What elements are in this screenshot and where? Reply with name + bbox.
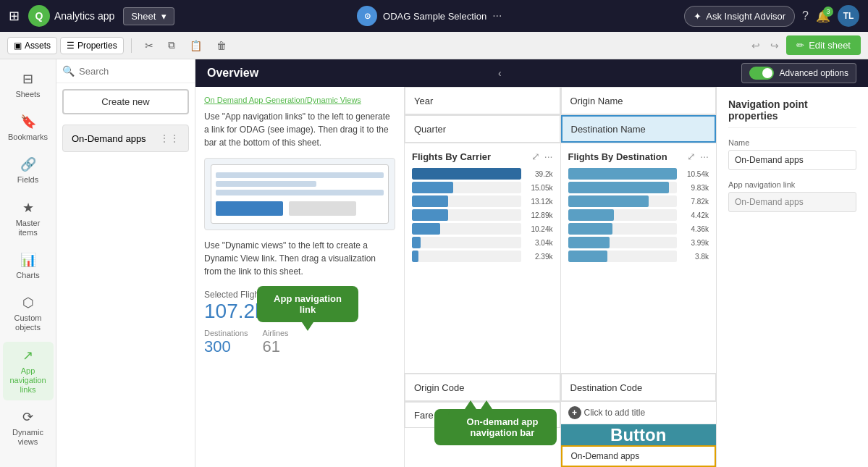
chart-actions-dest: ⤢ ··· xyxy=(687,151,709,162)
search-input[interactable] xyxy=(79,66,201,77)
sidebar-item-custom-objects[interactable]: ⬡ Custom objects xyxy=(3,289,54,338)
qlik-logo: Q Analytics app xyxy=(28,5,114,27)
destinations-label: Destinations xyxy=(204,329,248,337)
origin-code-label: Origin Code xyxy=(414,382,464,393)
add-title-label: Click to add title xyxy=(584,408,646,418)
on-demand-bar-label: On-Demand apps xyxy=(571,451,640,461)
overview-header: Overview ‹ Advanced options xyxy=(195,59,868,87)
redo-icon[interactable]: ↪ xyxy=(767,37,782,54)
dest-bar-row: 3.8k xyxy=(568,251,709,262)
undo-icon[interactable]: ↩ xyxy=(749,37,763,54)
sheet-selector[interactable]: Sheet ▾ xyxy=(123,7,174,25)
help-icon[interactable]: ? xyxy=(802,9,809,22)
odag-breadcrumb[interactable]: On Demand App Generation/Dynamic Views xyxy=(204,96,395,104)
delete-icon[interactable]: 🗑 xyxy=(211,37,232,54)
fields-icon: 🔗 xyxy=(20,156,36,172)
properties-icon: ☰ xyxy=(67,41,75,51)
odag-text-2: Use "Dynamic views" to the left to creat… xyxy=(204,239,395,278)
carrier-bar-row: 13.12k xyxy=(412,195,553,207)
chart-dots-dest[interactable]: ··· xyxy=(700,151,709,162)
sidebar-item-master-items[interactable]: ★ Master items xyxy=(3,194,54,243)
sidebar-item-sheets[interactable]: ⊟ Sheets xyxy=(3,65,54,105)
bookmarks-icon: 🔖 xyxy=(20,114,36,130)
toolbar-separator xyxy=(131,38,132,53)
odag-section: On Demand App Generation/Dynamic Views U… xyxy=(195,87,404,467)
odag-text-1: Use "App navigation links" to the left t… xyxy=(204,110,395,149)
dest-bar-chart: 10.54k 9.83k 7.82k 4.42k 4.36k 3.99k 3.8… xyxy=(568,168,709,262)
dest-bar-label: 9.83k xyxy=(681,184,709,192)
ask-advisor-btn[interactable]: ✦ Ask Insight Advisor xyxy=(684,6,795,27)
toggle-switch[interactable] xyxy=(749,67,774,80)
sheet-area: On Demand App Generation/Dynamic Views U… xyxy=(195,87,716,467)
dest-bar-label: 3.99k xyxy=(681,239,709,247)
grid-icon[interactable]: ⊞ xyxy=(9,8,20,24)
name-prop-input[interactable]: On-Demand apps xyxy=(728,150,856,170)
carrier-bar-bg xyxy=(412,251,521,262)
sidebar-item-charts[interactable]: 📊 Charts xyxy=(3,246,54,286)
custom-objects-icon: ⬡ xyxy=(22,295,34,311)
ask-advisor-label: Ask Insight Advisor xyxy=(706,11,785,22)
avatar[interactable]: TL xyxy=(838,5,859,27)
app-nav-prop-group: App navigation link On-Demand apps xyxy=(728,180,856,212)
app-nav-prop-input: On-Demand apps xyxy=(728,192,856,212)
dest-bar-bg xyxy=(568,251,678,262)
copy-icon[interactable]: ⧉ xyxy=(162,36,181,54)
app-name: Analytics app xyxy=(54,10,114,22)
sidebar-item-app-nav-links[interactable]: ↗ App navigation links xyxy=(3,342,54,401)
expand-icon-carrier[interactable]: ⤢ xyxy=(531,151,540,162)
paste-icon[interactable]: 📋 xyxy=(184,37,208,54)
notification-icon[interactable]: 🔔 3 xyxy=(816,9,830,23)
click-add-title[interactable]: + Click to add title xyxy=(561,402,717,424)
on-demand-nav-bar[interactable]: On-Demand apps xyxy=(561,445,717,467)
sidebar-item-label-sheets: Sheets xyxy=(15,90,40,99)
destination-code-filter[interactable]: Destination Code xyxy=(561,374,717,401)
sidebar-item-label-fields: Fields xyxy=(17,175,38,185)
dest-bar-row: 4.42k xyxy=(568,209,709,221)
year-filter[interactable]: Year xyxy=(405,87,560,114)
master-items-icon: ★ xyxy=(22,200,34,216)
origin-label: Origin Name xyxy=(570,96,623,106)
plus-icon: + xyxy=(568,406,581,419)
left-sidebar: ⊟ Sheets 🔖 Bookmarks 🔗 Fields ★ Master i… xyxy=(0,59,56,467)
quarter-filter[interactable]: Quarter xyxy=(405,115,560,143)
sidebar-item-fields[interactable]: 🔗 Fields xyxy=(3,151,54,190)
nav-app-label: On-Demand apps xyxy=(72,133,146,144)
dest-bar-bg xyxy=(568,237,678,248)
dest-bar-row: 4.36k xyxy=(568,223,709,235)
flights-by-carrier-chart: Flights By Carrier ⤢ ··· 39.2k 15.05k 13… xyxy=(405,143,560,373)
dest-bar-bg xyxy=(568,209,678,221)
carrier-bar-label: 12.89k xyxy=(526,211,553,219)
sidebar-item-bookmarks[interactable]: 🔖 Bookmarks xyxy=(3,108,54,148)
dest-bar-row: 10.54k xyxy=(568,168,709,180)
nav-app-dots[interactable]: ⋮⋮ xyxy=(159,132,180,144)
origin-filter[interactable]: Origin Name xyxy=(561,87,717,114)
sidebar-item-dynamic-views[interactable]: ⟳ Dynamic views xyxy=(3,403,54,453)
carrier-bar-label: 13.12k xyxy=(526,198,553,206)
create-new-button[interactable]: Create new xyxy=(62,89,189,114)
overview-title: Overview xyxy=(207,67,258,80)
sidebar-item-label-charts: Charts xyxy=(16,271,39,280)
chart-dots-carrier[interactable]: ··· xyxy=(544,151,553,162)
top-nav: ⊞ Q Analytics app Sheet ▾ ⊙ ODAG Sample … xyxy=(0,0,868,32)
odag-preview xyxy=(204,158,395,230)
odag-dots[interactable]: ··· xyxy=(492,9,502,22)
assets-label: Assets xyxy=(25,41,51,51)
carrier-bar-fill xyxy=(412,251,418,262)
sidebar-item-label-app-nav: App navigation links xyxy=(7,366,49,395)
properties-tab[interactable]: ☰ Properties xyxy=(60,37,124,54)
assets-tab[interactable]: ▣ Assets xyxy=(7,37,57,54)
sheets-icon: ⊟ xyxy=(22,71,33,87)
advanced-options-toggle[interactable]: Advanced options xyxy=(741,63,856,83)
origin-code-filter[interactable]: Origin Code xyxy=(405,374,560,401)
expand-icon-dest[interactable]: ⤢ xyxy=(687,151,696,162)
callout-nav-link-arrow xyxy=(302,322,313,331)
cut-icon[interactable]: ✂ xyxy=(139,37,159,54)
big-button[interactable]: Button xyxy=(561,424,717,445)
carrier-bar-label: 10.24k xyxy=(526,225,553,233)
callout-nav-bar-text: On-demand app navigation bar xyxy=(467,416,539,438)
sparkle-icon: ✦ xyxy=(694,11,701,22)
nav-app-item[interactable]: On-Demand apps ⋮⋮ xyxy=(62,125,189,152)
overview-chevron[interactable]: ‹ xyxy=(498,67,502,79)
destination-filter[interactable]: Destination Name xyxy=(561,115,717,143)
edit-sheet-button[interactable]: ✏ Edit sheet xyxy=(786,35,861,55)
